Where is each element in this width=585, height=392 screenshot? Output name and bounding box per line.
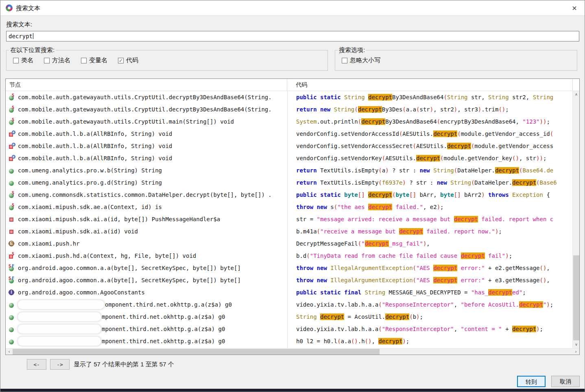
result-row[interactable]: com.umeng.analytics.pro.g.d(String) Stri… xyxy=(6,176,572,189)
scroll-down-icon[interactable]: ∨ xyxy=(573,341,580,348)
code-cell[interactable]: video.yixia.tv.lab.h.a.a("ResponseInterc… xyxy=(287,298,572,311)
checkbox-类名[interactable]: 类名 xyxy=(13,57,33,64)
code-cell[interactable]: video.yixia.tv.lab.h.a.a("ResponseInterc… xyxy=(287,323,572,335)
column-divider xyxy=(287,91,288,348)
search-input[interactable]: decrypt xyxy=(6,31,579,41)
node-cell[interactable]: Scom.xiaomi.push.hd.a(Context, hg, File,… xyxy=(6,250,287,262)
node-cell[interactable]: mponent.third.net.okhttp.g.a(z$a) g0 xyxy=(6,323,287,335)
code-token: String xyxy=(488,94,509,100)
checkbox-代码[interactable]: ✓代码 xyxy=(118,57,138,64)
code-cell[interactable]: System.out.println(decryptBy3DesAndBase6… xyxy=(287,115,572,128)
code-cell[interactable]: throw new IllegalArgumentException("AES … xyxy=(287,274,572,286)
scroll-right-icon[interactable]: › xyxy=(572,348,579,355)
code-token: () xyxy=(540,277,547,283)
node-cell[interactable]: mponent.third.net.okhttp.g.a(z$a) g0 xyxy=(6,335,287,347)
node-cell[interactable]: Scom.umeng.commonsdk.statistics.common.D… xyxy=(6,189,287,201)
cancel-button[interactable]: 取消 xyxy=(551,376,580,387)
node-cell[interactable]: com.xiaomi.mipush.sdk.ai.a(id) void xyxy=(6,225,287,237)
checkbox-忽略大小写[interactable]: 忽略大小写 xyxy=(342,57,380,64)
result-row[interactable]: com.mobile.auth.l.b.a(AllRBInfo, String)… xyxy=(6,128,572,140)
checkbox-变量名[interactable]: 变量名 xyxy=(81,57,107,64)
result-row[interactable]: com.xiaomi.mipush.sdk.ai.a(id) voidb.m41… xyxy=(6,225,572,237)
unchecked-checkbox-icon[interactable] xyxy=(342,58,347,63)
node-cell[interactable]: com.umeng.analytics.pro.w.b(String) Stri… xyxy=(6,164,287,176)
horizontal-scrollbar[interactable]: ‹ › xyxy=(6,348,579,355)
code-cell[interactable]: vendorConfig.setVendorAccessSecret(AESUt… xyxy=(287,140,572,152)
result-row[interactable]: Ecom.xiaomi.push.hrDecryptMessageFail("d… xyxy=(6,237,572,250)
scroll-left-icon[interactable]: ‹ xyxy=(6,348,13,355)
node-cell[interactable]: omponent.third.net.okhttp.g.a(z$a) g0 xyxy=(6,298,287,311)
code-cell[interactable]: b.m41a("receive a message but decrypt fa… xyxy=(287,225,572,237)
result-row[interactable]: com.mobile.auth.l.b.a(AllRBInfo, String)… xyxy=(6,152,572,164)
code-cell[interactable]: str = "message arrived: receive a messag… xyxy=(287,213,572,225)
code-token: ) xyxy=(402,179,406,186)
code-cell[interactable]: throw new IllegalArgumentException("AES … xyxy=(287,262,572,274)
result-row[interactable]: mponent.third.net.okhttp.g.a(z$a) g0vide… xyxy=(6,323,572,335)
node-cell[interactable]: SForg.android.agoo.common.a.a(byte[], Se… xyxy=(6,262,287,274)
checked-checkbox-icon[interactable]: ✓ xyxy=(118,58,124,63)
vertical-scrollbar[interactable]: ∧ ∨ xyxy=(572,91,579,348)
code-cell[interactable]: return TextUtils.isEmpty(a) ? str : new … xyxy=(287,164,572,176)
code-cell[interactable]: public static byte[] decrypt(byte[] bArr… xyxy=(287,189,572,201)
result-row[interactable]: Scom.umeng.commonsdk.statistics.common.D… xyxy=(6,189,572,201)
goto-button[interactable]: 转到 xyxy=(517,376,546,387)
result-row[interactable]: com.mobile.auth.l.b.a(AllRBInfo, String)… xyxy=(6,140,572,152)
result-row[interactable]: com.umeng.analytics.pro.w.b(String) Stri… xyxy=(6,164,572,176)
node-cell[interactable]: com.xiaomi.mipush.sdk.ai.a(id, byte[]) P… xyxy=(6,213,287,225)
node-cell[interactable]: com.mobile.auth.l.b.a(AllRBInfo, String)… xyxy=(6,128,287,140)
unchecked-checkbox-icon[interactable] xyxy=(13,58,19,63)
result-row[interactable]: omponent.third.net.okhttp.g.a(z$a) g0vid… xyxy=(6,298,572,311)
result-row[interactable]: Scom.mobile.auth.gatewayauth.utils.Crypt… xyxy=(6,91,572,103)
result-row[interactable]: mponent.third.net.okhttp.g.a(z$a) g0Stri… xyxy=(6,311,572,323)
result-row[interactable]: SForg.android.agoo.common.a.a(byte[], Se… xyxy=(6,274,572,286)
vertical-scroll-thumb[interactable] xyxy=(573,255,579,340)
result-row[interactable]: Scom.mobile.auth.gatewayauth.utils.Crypt… xyxy=(6,115,572,128)
node-cell[interactable]: Scom.mobile.auth.gatewayauth.utils.Crypt… xyxy=(6,103,287,115)
checkbox-方法名[interactable]: 方法名 xyxy=(44,57,70,64)
result-row[interactable]: mponent.third.net.okhttp.g.a(z$a) g0h0 l… xyxy=(6,335,572,347)
result-row[interactable]: Scom.xiaomi.mipush.sdk.ae.a(Context, id)… xyxy=(6,201,572,213)
node-cell[interactable]: Scom.mobile.auth.gatewayauth.utils.Crypt… xyxy=(6,115,287,128)
node-cell[interactable]: Scom.mobile.auth.gatewayauth.utils.Crypt… xyxy=(6,91,287,103)
code-cell[interactable]: DecryptMessageFail("decrypt_msg_fail"), xyxy=(287,237,572,250)
code-cell[interactable]: vendorConfig.setVendorKey(AESUtils.decry… xyxy=(287,152,572,164)
previous-results-button[interactable]: <- xyxy=(27,359,46,370)
enum-class-icon: E xyxy=(9,240,15,247)
code-token: ) xyxy=(430,106,433,113)
node-cell[interactable]: com.mobile.auth.l.b.a(AllRBInfo, String)… xyxy=(6,152,287,164)
code-cell[interactable]: vendorConfig.setVendorAccessId(AESUtils.… xyxy=(287,128,572,140)
result-row[interactable]: SForg.android.agoo.common.a.a(byte[], Se… xyxy=(6,262,572,274)
result-row[interactable]: Scom.xiaomi.push.hd.a(Context, hg, File,… xyxy=(6,250,572,262)
node-cell[interactable]: SForg.android.agoo.common.a.a(byte[], Se… xyxy=(6,274,287,286)
node-cell[interactable]: mponent.third.net.okhttp.g.a(z$a) g0 xyxy=(6,311,287,323)
result-row[interactable]: Scom.mobile.auth.gatewayauth.utils.Crypt… xyxy=(6,103,572,115)
node-cell[interactable]: com.mobile.auth.l.b.a(AllRBInfo, String)… xyxy=(6,140,287,152)
code-cell[interactable]: public static final String MESSAGE_HAS_D… xyxy=(287,286,572,298)
code-cell[interactable]: h0 l2 = h0.l(a.a().h(), decrypt); xyxy=(287,335,572,347)
node-column-header[interactable]: 节点 xyxy=(6,79,287,91)
code-cell[interactable]: return new String(decryptBy3Des(a.a(str)… xyxy=(287,103,572,115)
result-row[interactable]: Iorg.android.agoo.common.AgooConstantspu… xyxy=(6,286,572,298)
code-cell[interactable]: b.d("TinyData read from cache file faile… xyxy=(287,250,572,262)
code-token: By3DesAndBase64 xyxy=(385,118,437,125)
node-cell[interactable]: com.umeng.analytics.pro.g.d(String) Stri… xyxy=(6,176,287,189)
code-cell[interactable]: throw new s("the aes decrypt failed.", e… xyxy=(287,201,572,213)
scroll-up-icon[interactable]: ∧ xyxy=(573,91,580,98)
code-cell[interactable]: return TextUtils.isEmpty(f6937e) ? str :… xyxy=(287,176,572,189)
node-text: com.xiaomi.mipush.sdk.ae.a(Context, id) … xyxy=(18,204,162,210)
node-cell[interactable]: Scom.xiaomi.mipush.sdk.ae.a(Context, id)… xyxy=(6,201,287,213)
code-column-header[interactable]: 代码 xyxy=(287,79,573,91)
unchecked-checkbox-icon[interactable] xyxy=(44,58,50,63)
node-text: org.android.agoo.common.AgooConstants xyxy=(18,289,145,296)
next-results-button[interactable]: -> xyxy=(50,359,70,370)
code-token: IllegalArgumentException xyxy=(330,265,413,271)
close-icon[interactable]: ✕ xyxy=(569,4,580,13)
result-row[interactable]: com.xiaomi.mipush.sdk.ai.a(id, byte[]) P… xyxy=(6,213,572,225)
public-method-icon xyxy=(9,167,15,174)
code-cell[interactable]: public static String decryptBy3DesAndBas… xyxy=(287,91,572,103)
node-cell[interactable]: Iorg.android.agoo.common.AgooConstants xyxy=(6,286,287,298)
horizontal-scroll-thumb[interactable] xyxy=(13,349,380,355)
unchecked-checkbox-icon[interactable] xyxy=(81,58,87,63)
code-cell[interactable]: String decrypt = AcosUtil.decrypt(b); xyxy=(287,311,572,323)
node-cell[interactable]: Ecom.xiaomi.push.hr xyxy=(6,237,287,250)
